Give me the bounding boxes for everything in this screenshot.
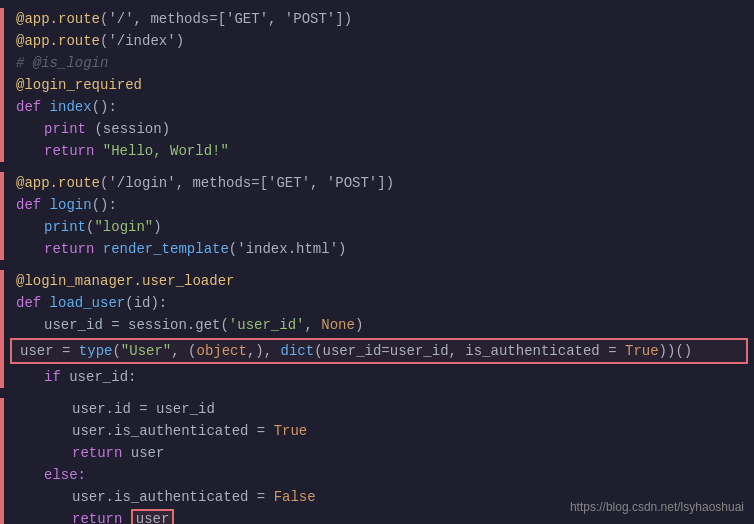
code-line: @app.route('/', methods=['GET', 'POST']) <box>0 8 754 30</box>
empty-line <box>0 388 754 398</box>
code-token: dict <box>281 343 315 359</box>
code-line: print (session) <box>0 118 754 140</box>
code-token: False <box>274 489 316 505</box>
code-token: @is_login <box>33 55 109 71</box>
normal-code-line: @app.route('/login', methods=['GET', 'PO… <box>4 172 754 194</box>
code-token: , ( <box>171 343 196 359</box>
normal-code-line: def load_user(id): <box>4 292 754 314</box>
code-token: index <box>50 99 92 115</box>
code-line: def index(): <box>0 96 754 118</box>
code-editor: @app.route('/', methods=['GET', 'POST'])… <box>0 0 754 524</box>
code-token: user.id <box>72 401 139 417</box>
code-token: ['GET', 'POST'] <box>218 11 344 27</box>
code-token: return <box>72 511 131 524</box>
code-token: @login_manager.user_loader <box>16 273 234 289</box>
code-token: ('/login', methods= <box>100 175 260 191</box>
highlighted-code-line: user = type("User", (object,), dict(user… <box>10 338 748 364</box>
code-token: = <box>139 401 156 417</box>
code-line: print("login") <box>0 216 754 238</box>
code-token: else: <box>44 467 86 483</box>
normal-code-line: def index(): <box>4 96 754 118</box>
code-line: @app.route('/index') <box>0 30 754 52</box>
code-token: load_user <box>50 295 126 311</box>
code-token: return <box>72 445 131 461</box>
code-token: if <box>44 369 69 385</box>
code-line: @login_required <box>0 74 754 96</box>
code-token: object <box>196 343 246 359</box>
code-line: else: <box>0 464 754 486</box>
code-line: return render_template('index.html') <box>0 238 754 260</box>
empty-line <box>0 162 754 172</box>
code-token: def <box>16 99 50 115</box>
code-token: user_id <box>44 317 111 333</box>
code-token: @app.route <box>16 11 100 27</box>
code-token: print <box>44 219 86 235</box>
code-token: ( <box>112 343 120 359</box>
code-token: user_id <box>156 401 215 417</box>
code-line: if user_id: <box>0 366 754 388</box>
code-token: def <box>16 295 50 311</box>
normal-code-line: else: <box>4 464 754 486</box>
code-token: @app.route <box>16 33 100 49</box>
code-token: login <box>50 197 92 213</box>
code-token: @app.route <box>16 175 100 191</box>
code-token: print <box>44 121 94 137</box>
highlighted-word: user <box>131 509 175 524</box>
code-token: session <box>128 317 187 333</box>
normal-code-line: # @is_login <box>4 52 754 74</box>
code-line: return "Hello, World!" <box>0 140 754 162</box>
code-token: 'user_id' <box>229 317 305 333</box>
code-token: None <box>321 317 355 333</box>
line-indicator <box>0 336 4 366</box>
code-token: user <box>20 343 62 359</box>
code-token: = <box>62 343 79 359</box>
code-token: = <box>111 317 128 333</box>
code-token: return <box>44 143 103 159</box>
normal-code-line: return user <box>4 442 754 464</box>
code-line: user_id = session.get('user_id', None) <box>0 314 754 336</box>
code-token: = <box>257 423 274 439</box>
normal-code-line: print (session) <box>4 118 754 140</box>
empty-line <box>0 260 754 270</box>
code-token: type <box>79 343 113 359</box>
code-token: "Hello, World!" <box>103 143 229 159</box>
code-token: ) <box>355 317 363 333</box>
code-token: user.is_authenticated <box>72 423 257 439</box>
code-token: user <box>131 445 165 461</box>
code-token: (id): <box>125 295 167 311</box>
code-line: @app.route('/login', methods=['GET', 'PO… <box>0 172 754 194</box>
code-token: True <box>625 343 659 359</box>
code-token: (): <box>92 99 117 115</box>
code-token: = <box>257 489 274 505</box>
code-token: ('/', methods= <box>100 11 218 27</box>
normal-code-line: return render_template('index.html') <box>4 238 754 260</box>
code-token: return <box>44 241 103 257</box>
normal-code-line: @app.route('/index') <box>4 30 754 52</box>
code-token: ('index.html') <box>229 241 347 257</box>
code-token: render_template <box>103 241 229 257</box>
normal-code-line: return "Hello, World!" <box>4 140 754 162</box>
code-line: def login(): <box>0 194 754 216</box>
normal-code-line: @login_required <box>4 74 754 96</box>
code-token: , <box>304 317 321 333</box>
code-line: def load_user(id): <box>0 292 754 314</box>
code-token: ) <box>344 11 352 27</box>
code-token: user.is_authenticated <box>72 489 257 505</box>
code-token: @login_required <box>16 77 142 93</box>
normal-code-line: print("login") <box>4 216 754 238</box>
normal-code-line: user.is_authenticated = True <box>4 420 754 442</box>
code-line: user = type("User", (object,), dict(user… <box>0 336 754 366</box>
code-token: ,), <box>247 343 281 359</box>
code-lines: @app.route('/', methods=['GET', 'POST'])… <box>0 8 754 524</box>
normal-code-line: user.id = user_id <box>4 398 754 420</box>
code-line: user.id = user_id <box>0 398 754 420</box>
code-token: (session) <box>94 121 170 137</box>
code-line: return user <box>0 442 754 464</box>
code-token: ))() <box>659 343 693 359</box>
code-token: (): <box>92 197 117 213</box>
code-token: user_id: <box>69 369 136 385</box>
normal-code-line: if user_id: <box>4 366 754 388</box>
normal-code-line: @login_manager.user_loader <box>4 270 754 292</box>
code-token: (user_id=user_id, is_authenticated = <box>314 343 625 359</box>
code-token: "login" <box>94 219 153 235</box>
